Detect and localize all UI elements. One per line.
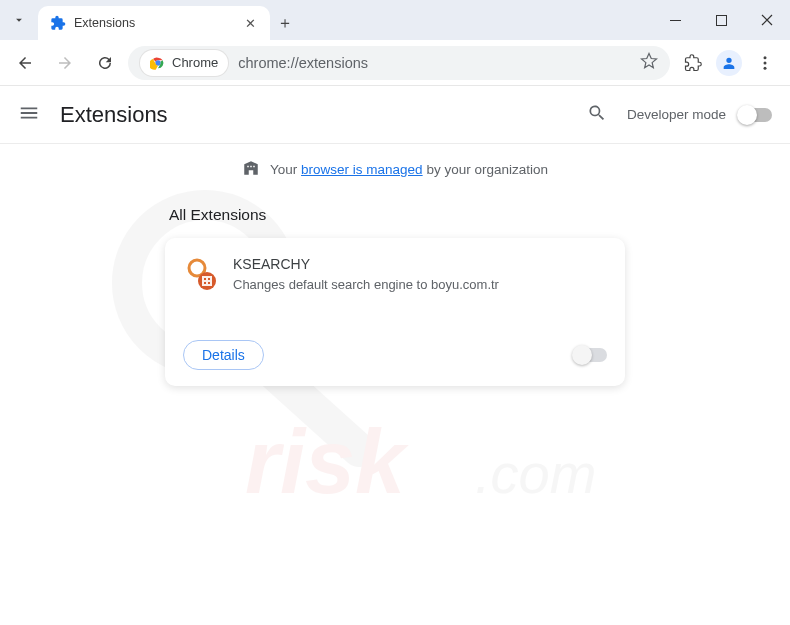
developer-mode-row: Developer mode — [627, 107, 772, 122]
maximize-button[interactable] — [698, 0, 744, 40]
browser-toolbar: Chrome chrome://extensions — [0, 40, 790, 86]
managed-link[interactable]: browser is managed — [301, 162, 423, 177]
close-tab-button[interactable]: ✕ — [242, 16, 258, 31]
profile-avatar-icon — [716, 50, 742, 76]
url-text: chrome://extensions — [238, 55, 630, 71]
tab-search-button[interactable] — [0, 0, 38, 40]
page-title: Extensions — [60, 102, 168, 128]
svg-point-10 — [764, 66, 767, 69]
svg-rect-18 — [208, 282, 210, 284]
managed-banner: Your browser is managed by your organiza… — [0, 144, 790, 194]
page-header: Extensions Developer mode — [0, 86, 790, 144]
managed-text: Your browser is managed by your organiza… — [270, 162, 548, 177]
minimize-button[interactable] — [652, 0, 698, 40]
svg-point-8 — [764, 56, 767, 59]
details-button[interactable]: Details — [183, 340, 264, 370]
svg-rect-5 — [670, 20, 681, 21]
profile-button[interactable] — [712, 46, 746, 80]
forward-button[interactable] — [48, 46, 82, 80]
bookmark-star-icon[interactable] — [640, 52, 658, 74]
extension-name: KSEARCHY — [233, 256, 499, 272]
extension-description: Changes default search engine to boyu.co… — [233, 276, 499, 294]
svg-text:risk: risk — [245, 412, 409, 512]
svg-rect-14 — [202, 276, 212, 286]
all-extensions-section: All Extensions KSEARCHY — [165, 206, 625, 386]
svg-point-9 — [764, 61, 767, 64]
building-icon — [242, 159, 260, 180]
developer-mode-label: Developer mode — [627, 107, 726, 122]
tab-title: Extensions — [74, 16, 234, 30]
svg-rect-6 — [716, 15, 726, 25]
hamburger-menu-button[interactable] — [18, 102, 40, 128]
address-bar[interactable]: Chrome chrome://extensions — [128, 46, 670, 80]
page-content: Your browser is managed by your organiza… — [0, 144, 790, 386]
section-title: All Extensions — [169, 206, 621, 224]
extension-enable-toggle[interactable] — [573, 348, 607, 362]
browser-menu-button[interactable] — [748, 46, 782, 80]
extension-card: KSEARCHY Changes default search engine t… — [165, 238, 625, 386]
extension-icon — [183, 256, 219, 292]
developer-mode-toggle[interactable] — [738, 108, 772, 122]
chrome-logo-icon — [150, 55, 166, 71]
title-bar: Extensions ✕ ＋ — [0, 0, 790, 40]
puzzle-icon — [50, 15, 66, 31]
site-chip-label: Chrome — [172, 55, 218, 70]
extensions-menu-button[interactable] — [676, 46, 710, 80]
svg-rect-15 — [204, 278, 206, 280]
svg-text:.com: .com — [475, 442, 596, 505]
svg-rect-16 — [208, 278, 210, 280]
back-button[interactable] — [8, 46, 42, 80]
browser-tab[interactable]: Extensions ✕ — [38, 6, 270, 40]
search-extensions-button[interactable] — [587, 103, 607, 127]
svg-rect-17 — [204, 282, 206, 284]
site-chip[interactable]: Chrome — [140, 50, 228, 76]
close-window-button[interactable] — [744, 0, 790, 40]
reload-button[interactable] — [88, 46, 122, 80]
new-tab-button[interactable]: ＋ — [270, 6, 300, 40]
